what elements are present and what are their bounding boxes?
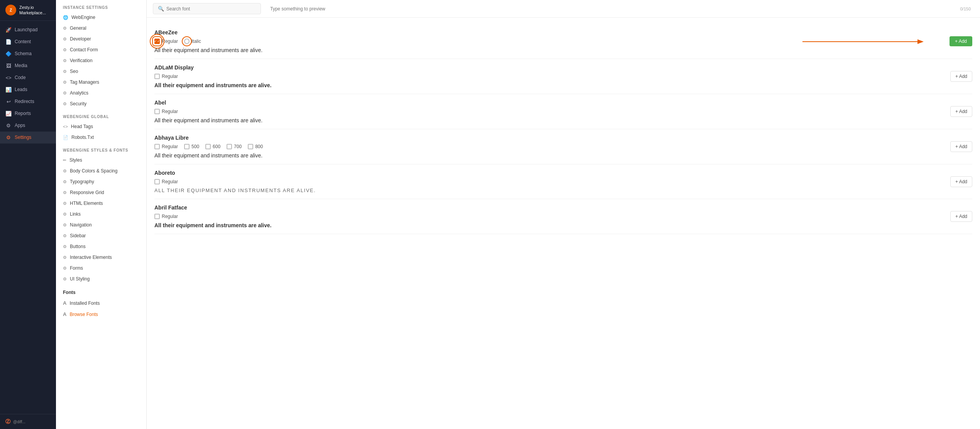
menu-item-verification[interactable]: ⚙Verification xyxy=(56,55,146,66)
sidebar-item-apps[interactable]: ⚙Apps xyxy=(0,120,56,132)
menu-item-links[interactable]: ⚙Links xyxy=(56,209,146,220)
font-row: Abril FatfaceRegularAll their equipment … xyxy=(154,204,972,228)
variant-item[interactable]: 700 xyxy=(227,144,242,149)
add-font-button[interactable]: + Add xyxy=(950,106,972,117)
variant-checkbox[interactable] xyxy=(154,179,160,184)
menu-item-installed-fonts[interactable]: AInstalled Fonts xyxy=(56,297,146,309)
menu-item-analytics[interactable]: ⚙Analytics xyxy=(56,88,146,98)
menu-icon: ⚙ xyxy=(63,37,67,42)
variant-item[interactable]: 500 xyxy=(184,144,199,149)
add-font-button[interactable]: + Add xyxy=(950,176,972,187)
variant-checkbox[interactable] xyxy=(248,144,253,149)
add-font-button[interactable]: + Add xyxy=(950,141,972,152)
settings-panel: INSTANCE SETTINGS🌐WebEngine⚙General⚙Deve… xyxy=(56,0,147,429)
font-details: ADLaM DisplayRegularAll their equipment … xyxy=(154,64,972,88)
section-header: WEBENGINE STYLES & FONTS xyxy=(56,143,146,155)
fonts-section-header: Fonts xyxy=(56,284,146,297)
sidebar-item-content[interactable]: 📄Content xyxy=(0,36,56,48)
menu-label: Installed Fonts xyxy=(69,301,100,306)
menu-item-sidebar[interactable]: ⚙Sidebar xyxy=(56,230,146,241)
sidebar-item-redirects[interactable]: ↩Redirects xyxy=(0,96,56,108)
menu-label: Developer xyxy=(70,36,91,42)
menu-item-tag-managers[interactable]: ⚙Tag Managers xyxy=(56,77,146,88)
sidebar-item-schema[interactable]: 🔷Schema xyxy=(0,48,56,60)
add-font-button[interactable]: + Add xyxy=(950,36,972,46)
variant-checkbox[interactable] xyxy=(227,144,232,149)
preview-input[interactable] xyxy=(266,4,955,14)
menu-item-head-tags[interactable]: <>Head Tags xyxy=(56,121,146,132)
font-row: Abhaya LibreRegular500600700800All their… xyxy=(154,135,972,159)
font-row: AbelRegularAll their equipment and instr… xyxy=(154,100,972,123)
menu-item-navigation[interactable]: ⚙Navigation xyxy=(56,220,146,230)
menu-item-contact-form[interactable]: ⚙Contact Form xyxy=(56,44,146,55)
menu-item-browse-fonts[interactable]: ABrowse Fonts xyxy=(56,309,146,320)
variant-checkbox[interactable] xyxy=(184,39,190,44)
menu-item-robots.txt[interactable]: 📄Robots.Txt xyxy=(56,132,146,143)
sidebar-item-settings[interactable]: ⚙Settings xyxy=(0,132,56,144)
menu-icon: ⚙ xyxy=(63,233,67,238)
menu-item-buttons[interactable]: ⚙Buttons xyxy=(56,241,146,252)
variant-item[interactable]: Regular xyxy=(154,74,178,79)
variant-item[interactable]: Regular xyxy=(154,144,178,149)
sidebar-item-reports[interactable]: 📈Reports xyxy=(0,108,56,120)
sidebar-item-code[interactable]: <>Code xyxy=(0,72,56,84)
menu-item-ui-styling[interactable]: ⚙UI Styling xyxy=(56,274,146,284)
variant-checkbox[interactable] xyxy=(154,74,160,79)
menu-item-typography[interactable]: ⚙Typography xyxy=(56,176,146,187)
bottom-logo: Ⓩ @diff... xyxy=(5,418,25,425)
font-entry: ADLaM DisplayRegularAll their equipment … xyxy=(154,59,972,94)
menu-label: Forms xyxy=(70,265,83,271)
menu-item-general[interactable]: ⚙General xyxy=(56,23,146,34)
menu-icon: ⚙ xyxy=(63,179,67,184)
menu-label: Robots.Txt xyxy=(71,135,94,140)
variant-checkbox[interactable]: ✓ xyxy=(154,39,160,44)
variant-checkbox[interactable] xyxy=(154,214,160,219)
sidebar-label-apps: Apps xyxy=(15,123,25,128)
variant-item[interactable]: Regular xyxy=(154,109,178,114)
menu-item-security[interactable]: ⚙Security xyxy=(56,98,146,109)
variant-item[interactable]: ✓Regular xyxy=(154,39,178,44)
search-input[interactable] xyxy=(166,6,244,12)
variant-item[interactable]: Italic xyxy=(184,39,201,44)
font-row: ADLaM DisplayRegularAll their equipment … xyxy=(154,64,972,88)
menu-label: WebEngine xyxy=(71,15,95,20)
menu-icon: ⚙ xyxy=(63,91,67,96)
sidebar: Z Zesty.ioMarketplace... 🚀Launchpad📄Cont… xyxy=(0,0,56,429)
menu-icon: ⚙ xyxy=(63,266,67,271)
menu-label: Contact Form xyxy=(70,47,98,52)
menu-item-seo[interactable]: ⚙Seo xyxy=(56,66,146,77)
sidebar-label-leads: Leads xyxy=(15,87,27,92)
sidebar-item-leads[interactable]: 📊Leads xyxy=(0,84,56,96)
search-box[interactable]: 🔍 xyxy=(153,3,261,14)
menu-icon: ⚙ xyxy=(63,47,67,52)
variant-checkbox[interactable] xyxy=(184,144,190,149)
menu-item-webengine[interactable]: 🌐WebEngine xyxy=(56,12,146,23)
redirects-icon: ↩ xyxy=(5,99,12,105)
variant-item[interactable]: Regular xyxy=(154,179,178,184)
menu-item-developer[interactable]: ⚙Developer xyxy=(56,34,146,44)
variant-checkbox[interactable] xyxy=(154,109,160,114)
variant-item[interactable]: Regular xyxy=(154,214,178,219)
section-header: WEBENGINE GLOBAL xyxy=(56,109,146,121)
menu-item-html-elements[interactable]: ⚙HTML Elements xyxy=(56,198,146,209)
variant-item[interactable]: 600 xyxy=(205,144,220,149)
menu-item-responsive-grid[interactable]: ⚙Responsive Grid xyxy=(56,187,146,198)
menu-item-interactive-elements[interactable]: ⚙Interactive Elements xyxy=(56,252,146,263)
menu-item-body-colors-&-spacing[interactable]: ⚙Body Colors & Spacing xyxy=(56,166,146,176)
variant-label: Regular xyxy=(162,74,178,79)
menu-item-forms[interactable]: ⚙Forms xyxy=(56,263,146,274)
font-variants: Regular500600700800 xyxy=(154,144,972,149)
sidebar-item-launchpad[interactable]: 🚀Launchpad xyxy=(0,24,56,36)
add-font-button[interactable]: + Add xyxy=(950,211,972,222)
main-content: 🔍 0/150 ABeeZee✓RegularItalicAll their e… xyxy=(147,0,980,429)
search-icon: 🔍 xyxy=(158,6,164,12)
variant-label: 600 xyxy=(213,144,220,149)
add-font-button[interactable]: + Add xyxy=(950,71,972,82)
menu-item-styles[interactable]: ✏Styles xyxy=(56,155,146,166)
variant-checkbox[interactable] xyxy=(205,144,211,149)
variant-checkbox[interactable] xyxy=(154,144,160,149)
font-entry: Abril FatfaceRegularAll their equipment … xyxy=(154,199,972,234)
variant-item[interactable]: 800 xyxy=(248,144,263,149)
sidebar-item-media[interactable]: 🖼Media xyxy=(0,60,56,72)
menu-label: General xyxy=(70,25,86,31)
